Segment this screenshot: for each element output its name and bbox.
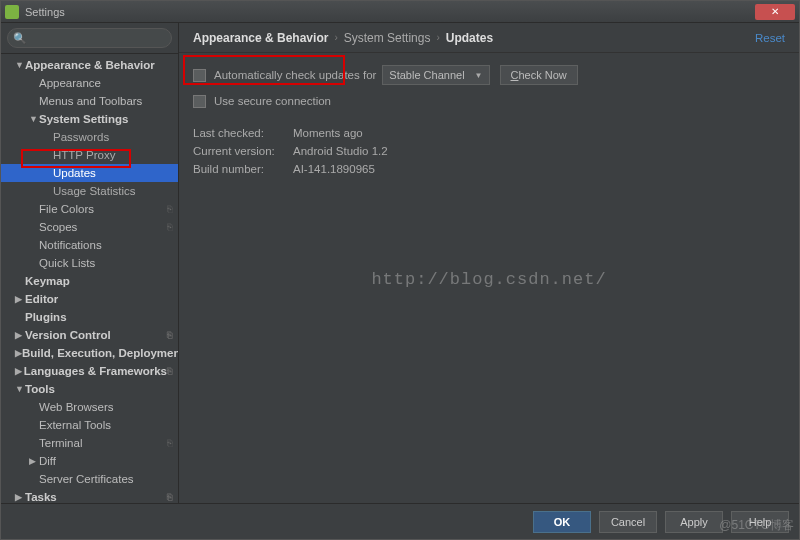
tree-item[interactable]: Server Certificates (1, 470, 178, 488)
tree-item-label: Build, Execution, Deployment (22, 347, 178, 359)
help-button[interactable]: Help (731, 511, 789, 533)
info-key: Build number: (193, 163, 293, 181)
chevron-right-icon: › (436, 32, 439, 43)
tree-item[interactable]: ▼Appearance & Behavior (1, 56, 178, 74)
crumb-root: Appearance & Behavior (193, 31, 328, 45)
settings-window: Settings ✕ 🔍 ▼Appearance & BehaviorAppea… (0, 0, 800, 540)
tree-item[interactable]: Quick Lists (1, 254, 178, 272)
project-config-icon: ⎘ (167, 330, 172, 340)
tree-item-label: Menus and Toolbars (39, 95, 142, 107)
project-config-icon: ⎘ (167, 204, 172, 214)
tree-item[interactable]: Web Browsers (1, 398, 178, 416)
crumb-mid: System Settings (344, 31, 431, 45)
tree-item[interactable]: ▶Languages & Frameworks⎘ (1, 362, 178, 380)
chevron-right-icon: › (334, 32, 337, 43)
info-value: Moments ago (293, 127, 363, 145)
tree-item-label: Keymap (25, 275, 70, 287)
tree-item[interactable]: ▶Editor (1, 290, 178, 308)
titlebar: Settings ✕ (1, 1, 799, 23)
window-title: Settings (25, 6, 65, 18)
info-key: Current version: (193, 145, 293, 163)
tree-item[interactable]: Updates (1, 164, 178, 182)
info-row: Last checked:Moments ago (193, 127, 785, 145)
tree-item[interactable]: Usage Statistics (1, 182, 178, 200)
reset-link[interactable]: Reset (755, 32, 785, 44)
tree-item-label: Editor (25, 293, 58, 305)
close-button[interactable]: ✕ (755, 4, 795, 20)
auto-check-label: Automatically check updates for (214, 69, 376, 81)
tree-item-label: Version Control (25, 329, 111, 341)
tree-item-label: Plugins (25, 311, 67, 323)
project-config-icon: ⎘ (167, 222, 172, 232)
watermark-text: http://blog.csdn.net/ (371, 270, 606, 289)
tree-arrow-icon: ▶ (15, 492, 25, 502)
tree-arrow-icon: ▼ (15, 60, 25, 70)
apply-button[interactable]: Apply (665, 511, 723, 533)
tree-item[interactable]: Notifications (1, 236, 178, 254)
tree-item[interactable]: ▶Version Control⎘ (1, 326, 178, 344)
tree-arrow-icon: ▶ (15, 294, 25, 304)
dialog-footer: OK Cancel Apply Help (1, 503, 799, 539)
settings-tree: ▼Appearance & BehaviorAppearanceMenus an… (1, 54, 178, 503)
tree-arrow-icon: ▶ (15, 330, 25, 340)
tree-item[interactable]: Scopes⎘ (1, 218, 178, 236)
sidebar: 🔍 ▼Appearance & BehaviorAppearanceMenus … (1, 23, 179, 503)
tree-item[interactable]: Passwords (1, 128, 178, 146)
tree-item-label: Appearance (39, 77, 101, 89)
tree-item-label: Terminal (39, 437, 82, 449)
search-input[interactable] (7, 28, 172, 48)
content-area: Automatically check updates for Stable C… (179, 53, 799, 503)
tree-item[interactable]: ▶Diff (1, 452, 178, 470)
tree-item-label: Appearance & Behavior (25, 59, 155, 71)
tree-item-label: Server Certificates (39, 473, 134, 485)
tree-arrow-icon: ▶ (15, 348, 22, 358)
tree-item-label: HTTP Proxy (53, 149, 115, 161)
tree-item[interactable]: File Colors⎘ (1, 200, 178, 218)
secure-connection-label: Use secure connection (214, 95, 331, 107)
tree-item[interactable]: Plugins (1, 308, 178, 326)
cancel-button[interactable]: Cancel (599, 511, 657, 533)
tree-item-label: System Settings (39, 113, 128, 125)
info-table: Last checked:Moments agoCurrent version:… (193, 127, 785, 181)
project-config-icon: ⎘ (167, 492, 172, 502)
tree-item[interactable]: ▶Build, Execution, Deployment (1, 344, 178, 362)
tree-arrow-icon: ▶ (29, 456, 39, 466)
project-config-icon: ⎘ (167, 366, 172, 376)
auto-check-checkbox[interactable] (193, 69, 206, 82)
tree-item[interactable]: HTTP Proxy (1, 146, 178, 164)
info-row: Current version:Android Studio 1.2 (193, 145, 785, 163)
project-config-icon: ⎘ (167, 438, 172, 448)
tree-item[interactable]: Appearance (1, 74, 178, 92)
main-panel: Appearance & Behavior › System Settings … (179, 23, 799, 503)
tree-item[interactable]: Terminal⎘ (1, 434, 178, 452)
tree-item-label: Scopes (39, 221, 77, 233)
channel-value: Stable Channel (389, 69, 464, 81)
tree-item-label: Tasks (25, 491, 57, 503)
tree-item-label: Languages & Frameworks (24, 365, 167, 377)
info-value: Android Studio 1.2 (293, 145, 388, 163)
tree-item-label: File Colors (39, 203, 94, 215)
tree-item-label: Web Browsers (39, 401, 114, 413)
info-row: Build number:AI-141.1890965 (193, 163, 785, 181)
tree-arrow-icon: ▶ (15, 366, 24, 376)
tree-item[interactable]: Keymap (1, 272, 178, 290)
tree-item-label: Updates (53, 167, 96, 179)
tree-arrow-icon: ▼ (29, 114, 39, 124)
breadcrumb: Appearance & Behavior › System Settings … (179, 23, 799, 53)
channel-dropdown[interactable]: Stable Channel ▼ (382, 65, 489, 85)
tree-item[interactable]: ▼Tools (1, 380, 178, 398)
tree-item-label: Passwords (53, 131, 109, 143)
info-key: Last checked: (193, 127, 293, 145)
tree-item-label: Usage Statistics (53, 185, 135, 197)
chevron-down-icon: ▼ (475, 71, 483, 80)
tree-item[interactable]: ▶Tasks⎘ (1, 488, 178, 503)
tree-item-label: Tools (25, 383, 55, 395)
ok-button[interactable]: OK (533, 511, 591, 533)
tree-item[interactable]: External Tools (1, 416, 178, 434)
secure-connection-checkbox[interactable] (193, 95, 206, 108)
tree-item[interactable]: ▼System Settings (1, 110, 178, 128)
crumb-leaf: Updates (446, 31, 493, 45)
check-now-button[interactable]: Check Now (500, 65, 578, 85)
search-icon: 🔍 (13, 32, 27, 45)
tree-item[interactable]: Menus and Toolbars (1, 92, 178, 110)
